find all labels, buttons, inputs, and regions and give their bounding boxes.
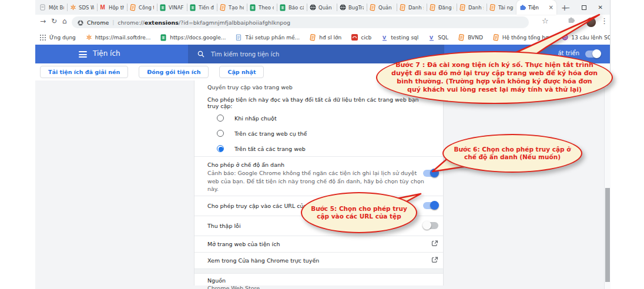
radio-icon[interactable] (217, 130, 224, 137)
bookmark-item[interactable]: https://mail.softdre... (86, 34, 150, 41)
browser-tab[interactable]: MHộp th (97, 0, 127, 15)
tab-label: Tạo hó (229, 5, 244, 11)
browser-tab[interactable]: Công ty (127, 0, 157, 15)
bookmark-item[interactable]: hđ sl lớn (310, 34, 341, 41)
browser-tab[interactable]: Tạo hó (217, 0, 247, 15)
hamburger-menu-icon[interactable] (79, 51, 87, 59)
globe-favicon (310, 4, 316, 11)
tab-label: Một Bư (49, 5, 64, 11)
sheet-green-favicon (280, 4, 286, 11)
tab-label: Theo d (259, 5, 274, 11)
doc-orange-favicon (430, 4, 436, 11)
sheet-green-favicon (160, 4, 166, 11)
sheet-green-icon (160, 34, 167, 41)
callout-step7-text: Bước 7 : Đã cài xong tiện ích ký số. Thự… (391, 61, 598, 93)
pack-extension-button[interactable]: Đóng gói tiện ích (139, 66, 209, 78)
tab-label: Công ty (139, 5, 154, 11)
setting-label: Mở trang web của tiện ích (207, 241, 280, 247)
bookmark-item[interactable]: Ứng dụng (40, 34, 76, 41)
load-unpacked-button[interactable]: Tải tiện ích đã giải nén (40, 66, 128, 78)
site-access-options: Khi nhấp chuộtTrên các trang web cụ thểT… (207, 110, 430, 156)
radio-option-label: Trên các trang web cụ thể (234, 130, 307, 137)
doc-orange-icon (310, 34, 316, 41)
maximize-button[interactable] (582, 5, 586, 10)
reload-icon[interactable]: ↻ (51, 17, 57, 25)
site-access-option[interactable]: Trên tất cả các trang web (207, 141, 430, 156)
apps-icon (40, 34, 46, 41)
tab-label: SDS We (79, 5, 94, 11)
browser-tab[interactable]: Theo d (247, 0, 277, 15)
doc-orange-favicon (220, 4, 226, 11)
tab-label: VINAFR (169, 5, 184, 11)
browser-tab[interactable]: Một Bư (37, 0, 67, 15)
tab-label: Tài ngu (498, 5, 514, 11)
browser-tab[interactable]: Tiến độ (187, 0, 217, 15)
radio-icon[interactable] (217, 115, 224, 122)
source-value: Chrome Web Store (207, 285, 430, 289)
callout-step6: Bước 6: Chọn cho phép truy cập ở chế độ … (426, 132, 586, 177)
toggle-knob (430, 201, 439, 210)
radio-option-label: Khi nhấp chuột (234, 115, 277, 122)
tab-label: Báo cá (289, 5, 304, 11)
site-access-option[interactable]: Trên các trang web cụ thể (207, 126, 430, 141)
gmail-favicon: M (100, 4, 106, 11)
bookmark-item[interactable]: cicb (351, 34, 371, 41)
tab-label: Hộp th (109, 5, 124, 11)
cicb-icon (351, 34, 358, 41)
close-button[interactable]: ✕ (598, 5, 603, 11)
doc-blue-icon (236, 34, 242, 41)
doc-gray-favicon (40, 4, 46, 11)
site-access-option[interactable]: Khi nhấp chuột (207, 110, 430, 126)
tab-label: Quản l (318, 5, 334, 11)
tab-close-icon[interactable]: × (549, 4, 554, 11)
open-external-icon[interactable] (431, 255, 438, 266)
site-info-icon[interactable] (78, 17, 83, 28)
browser-tab[interactable]: Quản l (307, 0, 337, 15)
update-button[interactable]: Cập nhật (219, 66, 264, 78)
tab-label: Danh s (468, 5, 484, 11)
globe-favicon (340, 4, 346, 11)
callout-step5: Bước 5: Chọn cho phép truy cập vào các U… (297, 188, 431, 237)
radio-selected-icon[interactable] (217, 145, 224, 152)
setting-label: Thu thập lỗi (207, 223, 241, 229)
doc-orange-favicon (370, 4, 376, 11)
browser-tab[interactable]: BugTra (337, 0, 367, 15)
site-label: Chrome (87, 19, 109, 26)
search-icon (197, 49, 204, 60)
bookmark-label: https://docs.google... (170, 35, 226, 41)
screenshot-root: Một BưSDS WeMHộp thCông tyVINAFRTiến độT… (0, 0, 644, 289)
home-icon[interactable]: ⌂ (62, 17, 67, 25)
tab-label: BugTra (348, 5, 364, 11)
bookmark-label: hđ sl lớn (319, 35, 341, 41)
url-separator: | (112, 19, 114, 25)
browser-tab[interactable]: VINAFR (157, 0, 187, 15)
callout-step5-text: Bước 5: Chọn cho phép truy cập vào các U… (308, 205, 410, 220)
doc-orange-favicon (489, 4, 496, 11)
url-text: chrome://extensions/?id=bkfagmnjmfjalbba… (118, 19, 290, 26)
page-title: Tiện ích (93, 49, 120, 58)
bookmark-item[interactable]: Tải setup phần mề... (236, 34, 300, 41)
page-scrollbar[interactable]: ▲ (604, 80, 611, 289)
burst-orange-icon (86, 34, 92, 41)
bookmark-label: https://mail.softdre... (95, 35, 150, 41)
browser-tab[interactable]: SDS We (67, 0, 97, 15)
source-section: Nguồn Chrome Web Store (194, 274, 443, 289)
extension-detail-page: Quyền truy cập vào trang web Cho phép ti… (35, 80, 610, 289)
tab-label: Danh s (408, 5, 424, 11)
minimize-button[interactable]: – (567, 5, 570, 11)
bookmark-label: Tải setup phần mề... (245, 35, 300, 41)
forward-icon[interactable]: → (40, 17, 46, 25)
bookmark-item[interactable]: https://docs.google... (160, 34, 226, 41)
scrollbar-thumb[interactable] (605, 188, 610, 282)
setting-link-row[interactable]: Xem trong Cửa hàng Chrome trực tuyến (194, 253, 443, 269)
callout-step6-text: Bước 6: Chọn cho phép truy cập ở chế độ … (451, 146, 574, 161)
setting-link-row[interactable]: Mở trang web của tiện ích (194, 236, 443, 253)
open-external-icon[interactable] (431, 238, 438, 250)
setting-label: Cho phép ở chế độ ẩn danh (207, 162, 438, 168)
sheet-green-favicon (250, 4, 256, 11)
tab-label: Quản l (378, 5, 394, 11)
burst-orange-favicon (70, 4, 76, 11)
setting-label: Xem trong Cửa hàng Chrome trực tuyến (207, 257, 319, 264)
bookmark-label: Ứng dụng (49, 35, 76, 41)
browser-tab[interactable]: Báo cá (277, 0, 307, 15)
